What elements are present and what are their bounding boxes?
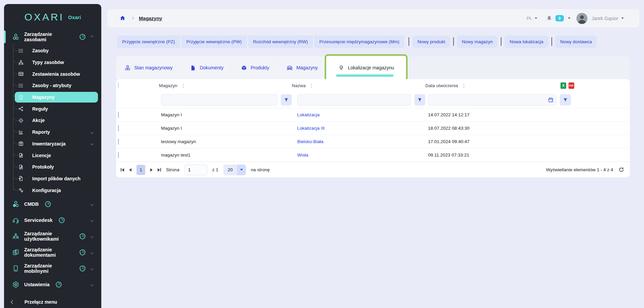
tab-produkty[interactable]: Produkty — [232, 56, 277, 79]
cmdb-icon — [12, 200, 19, 208]
action-button-przyjecie-zewnetrzne-pz[interactable]: Przyjęcie zewnętrzne (PZ) — [117, 36, 180, 48]
action-button-rozchod-wewnetrzny-rw[interactable]: Rozchód wewnętrzny (RW) — [248, 36, 313, 48]
row-checkbox[interactable] — [118, 112, 119, 118]
tab-stan-magazynowy[interactable]: Stan magazynowy — [116, 56, 181, 79]
sidebar-item-typy-zasobow[interactable]: Typy zasobów — [4, 57, 101, 68]
column-menu-icon[interactable]: ⋮ — [309, 83, 314, 88]
gauge-icon — [79, 265, 86, 272]
tab-lokalizacje-magazynu[interactable]: Lokalizacje magazynu — [327, 56, 406, 79]
table-header-row: Magazyn ⋮ Nazwa ⋮ Data utworzenia ⋮ X PD… — [116, 79, 630, 92]
home-icon[interactable] — [119, 15, 126, 21]
notification-badge[interactable]: 0 — [555, 15, 564, 21]
filter-magazyn-input[interactable] — [161, 94, 277, 106]
action-button-przesuniecie-miedzymagazynowe-mm[interactable]: Przesunięcie międzymagazynowe (Mm) — [314, 36, 405, 48]
column-menu-icon[interactable]: ⋮ — [181, 83, 186, 88]
export-pdf-icon[interactable]: PDF — [569, 82, 574, 89]
gauge-icon — [79, 33, 86, 41]
select-all-checkbox[interactable] — [118, 82, 119, 88]
sidebar-item-licencje[interactable]: Licencje — [4, 149, 101, 161]
sidebar-item-zarzadzanie-dokumentami[interactable]: Zarządzanie dokumentami — [4, 244, 101, 260]
tab-label: Dokumenty — [200, 65, 223, 70]
next-page-button[interactable] — [150, 168, 153, 172]
action-button-nowy-produkt[interactable]: Nowy produkt — [412, 36, 450, 48]
last-page-button[interactable] — [158, 168, 161, 172]
filter-date-button[interactable] — [560, 94, 571, 106]
report-icon — [18, 129, 24, 135]
sidebar-item-zarzadzanie-zasobami[interactable]: Zarządzanie zasobami — [4, 29, 101, 45]
filter-nazwa-input[interactable] — [297, 94, 411, 106]
page-label: Strona — [166, 167, 179, 172]
row-checkbox[interactable] — [118, 152, 119, 158]
chevron-down-icon — [91, 130, 94, 134]
headset-icon — [12, 217, 19, 224]
gear-icon — [12, 281, 19, 288]
sidebar-item-cmdb[interactable]: CMDB — [4, 196, 101, 212]
sidebar-item-zasoby-atrybuty[interactable]: Zasoby - atrybuty — [4, 80, 101, 91]
row-checkbox[interactable] — [118, 125, 119, 131]
breadcrumb-current[interactable]: Magazyny — [139, 16, 162, 21]
current-page-button[interactable]: 1 — [137, 165, 145, 175]
cell-magazyn: magazyn test1 — [159, 152, 292, 158]
filter-date-input[interactable] — [428, 94, 556, 106]
tab-magazyny[interactable]: Magazyny — [278, 56, 326, 79]
sidebar-item-konfiguracja[interactable]: Konfiguracja — [4, 184, 101, 196]
export-excel-icon[interactable]: X — [560, 82, 566, 89]
user-name[interactable]: Jarek Gąsior — [592, 16, 618, 21]
sidebar-item-zasoby[interactable]: Zasoby — [4, 45, 101, 57]
avatar[interactable] — [576, 12, 588, 24]
sidebar-item-raporty[interactable]: Raporty — [4, 126, 101, 138]
action-button-nowy-magazyn[interactable]: Nowy magazyn — [457, 36, 498, 48]
tab-dokumenty[interactable]: Dokumenty — [181, 56, 232, 79]
menu-toggle-button[interactable]: Przełącz menu — [4, 297, 101, 307]
sidebar-item-akcje[interactable]: Akcje — [4, 115, 101, 126]
sidebar-item-reguly[interactable]: Reguły — [4, 103, 101, 115]
cell-nazwa-link[interactable]: Wisła — [292, 152, 425, 158]
page-number-input[interactable] — [184, 165, 207, 175]
sidebar-item-protokoly[interactable]: Protokoły — [4, 161, 101, 173]
bell-icon[interactable] — [546, 15, 552, 21]
filter-magazyn-button[interactable] — [281, 94, 292, 106]
chevron-left-icon — [11, 300, 15, 304]
config-icon — [18, 187, 24, 193]
funnel-icon — [417, 98, 422, 103]
chevron-down-icon[interactable] — [535, 17, 537, 19]
sidebar-item-inwentaryzacja[interactable]: Inwentaryzacja — [4, 138, 101, 150]
gauge-icon — [44, 200, 52, 208]
action-button-nowy-dostawca[interactable]: Nowy dostawca — [555, 36, 597, 48]
refresh-icon[interactable] — [618, 167, 625, 173]
cell-nazwa-link[interactable]: Lokalizacja III — [292, 126, 425, 131]
cell-nazwa-link[interactable]: Bielsko-Biała — [292, 139, 425, 144]
sidebar-item-zarzadzanie-mobilnymi[interactable]: Zarządzanie mobilnymi — [4, 260, 101, 276]
sidebar-item-zarzadzanie-uzytkownikami[interactable]: Zarządzanie użytkownikami — [4, 228, 101, 244]
filter-nazwa-button[interactable] — [414, 94, 425, 106]
box-icon — [241, 65, 247, 71]
cell-nazwa-link[interactable]: Lokalizacja — [292, 112, 425, 117]
previous-page-button[interactable] — [129, 168, 131, 172]
chevron-down-icon[interactable] — [568, 17, 571, 19]
first-page-button[interactable] — [121, 168, 124, 172]
cell-magazyn: Magazyn I — [159, 126, 292, 131]
page-size-dropdown-button[interactable] — [237, 165, 246, 175]
action-button-przyjecie-wewnetrzne-pw[interactable]: Przyjęcie wewnętrzne (PW) — [181, 36, 247, 48]
logo-suffix: Oxari — [68, 14, 81, 20]
sidebar-item-zestawienia-zasobow[interactable]: Zestawienia zasobów — [4, 68, 101, 80]
row-checkbox[interactable] — [118, 138, 119, 145]
calendar-icon[interactable] — [548, 97, 554, 103]
chevron-down-icon[interactable] — [621, 17, 624, 19]
button-divider — [551, 37, 552, 46]
app-logo: OXARI Oxari — [4, 9, 101, 25]
gauge-icon — [58, 217, 65, 224]
sidebar-item-ustawienia[interactable]: Ustawienia — [4, 276, 101, 293]
page-size-select[interactable]: 20 — [223, 165, 246, 175]
sidebar-item-servicedesk[interactable]: Servicedesk — [4, 212, 101, 228]
sidebar-item-magazyny[interactable]: Magazyny — [4, 91, 101, 103]
mobile-icon — [12, 265, 19, 272]
hex-cluster-icon — [12, 33, 19, 41]
action-button-nowa-lokalizacja[interactable]: Nowa lokalizacja — [504, 36, 548, 48]
chevron-right-icon — [131, 17, 134, 20]
column-menu-icon[interactable]: ⋮ — [462, 83, 467, 88]
cell-magazyn: Magazyn I — [159, 112, 292, 117]
language-selector[interactable]: PL — [527, 16, 532, 21]
sidebar-item-import-plikow-danych[interactable]: Import plików danych — [4, 173, 101, 185]
sidebar-menu: Zarządzanie zasobamiZasobyTypy zasobówZe… — [4, 29, 101, 293]
